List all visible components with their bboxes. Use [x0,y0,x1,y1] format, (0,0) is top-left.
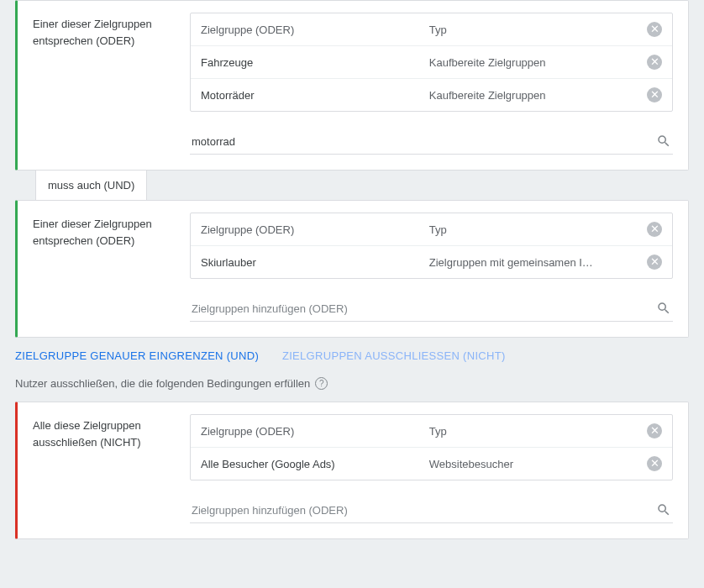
header-type: Typ [429,425,647,438]
search-icon [656,134,671,149]
text-bold: ausschließen [33,436,97,449]
table-row: Motorräder Kaufbereite Zielgruppen ✕ [191,79,672,111]
header-audience: Zielgruppe (ODER) [201,223,429,236]
cell-type: Kaufbereite Zielgruppen [429,56,647,69]
audience-search-input[interactable] [192,302,656,315]
header-type: Typ [429,24,647,36]
search-row[interactable] [190,297,673,322]
table-header-row: Zielgruppe (ODER) Typ ✕ [191,415,672,448]
table-header-row: Zielgruppe (ODER) Typ ✕ [191,13,672,46]
search-icon [656,502,671,517]
text-suffix: (NICHT) [97,436,141,449]
remove-all-icon[interactable]: ✕ [647,222,662,237]
audience-table: Zielgruppe (ODER) Typ ✕ Fahrzeuge Kaufbe… [190,13,673,112]
remove-row-icon[interactable]: ✕ [647,255,662,270]
exclude-audience-button[interactable]: ZIELGRUPPEN AUSSCHLIESSEN (NICHT) [282,349,506,362]
cell-audience: Fahrzeuge [201,56,429,69]
text-bold: entsprechen [33,234,93,247]
header-audience: Zielgruppe (ODER) [201,425,429,438]
table-header-row: Zielgruppe (ODER) Typ ✕ [191,213,672,246]
table-row: Fahrzeuge Kaufbereite Zielgruppen ✕ [191,46,672,79]
audience-search-input[interactable] [192,504,656,517]
audience-table: Zielgruppe (ODER) Typ ✕ Skiurlauber Ziel… [190,213,673,279]
cell-audience: Skiurlauber [201,256,429,269]
card-body: Zielgruppe (ODER) Typ ✕ Skiurlauber Ziel… [181,201,688,337]
text-bold: entsprechen [33,34,93,47]
connector-suffix: (UND) [101,179,134,192]
cell-type: Zielgruppen mit gemeinsamen I… [429,256,647,269]
help-icon[interactable]: ? [315,377,328,390]
cell-audience: Motorräder [201,89,429,102]
card-description: Einer dieser Zielgruppen entsprechen (OD… [18,201,181,337]
cell-type: Kaufbereite Zielgruppen [429,89,647,102]
text: Alle diese Zielgruppen [33,419,141,432]
header-type: Typ [429,223,647,236]
header-audience: Zielgruppe (ODER) [201,24,429,36]
audience-search-input[interactable] [192,135,656,148]
search-row[interactable] [190,499,673,523]
table-row: Skiurlauber Zielgruppen mit gemeinsamen … [191,246,672,278]
and-connector: muss auch (UND) [15,171,689,200]
audience-include-card-2: Einer dieser Zielgruppen entsprechen (OD… [15,200,689,338]
text-suffix: (ODER) [93,234,135,247]
search-row[interactable] [190,130,673,155]
remove-all-icon[interactable]: ✕ [647,423,662,438]
audience-exclude-card: Alle diese Zielgruppen ausschließen (NIC… [15,402,689,539]
cell-audience: Alle Besucher (Google Ads) [201,458,429,470]
remove-all-icon[interactable]: ✕ [647,22,662,37]
text-suffix: (ODER) [93,34,135,47]
table-row: Alle Besucher (Google Ads) Websitebesuch… [191,448,672,480]
card-body: Zielgruppe (ODER) Typ ✕ Fahrzeuge Kaufbe… [181,1,688,170]
exclude-section-label: Nutzer ausschließen, die die folgenden B… [15,377,689,390]
text: Einer dieser Zielgruppen [33,218,152,230]
remove-row-icon[interactable]: ✕ [647,456,662,471]
card-body: Zielgruppe (ODER) Typ ✕ Alle Besucher (G… [181,402,688,538]
remove-row-icon[interactable]: ✕ [647,87,662,102]
audience-include-card-1: Einer dieser Zielgruppen entsprechen (OD… [15,0,689,171]
card-description: Alle diese Zielgruppen ausschließen (NIC… [18,402,181,538]
exclude-label-text: Nutzer ausschließen, die die folgenden B… [15,377,310,390]
remove-row-icon[interactable]: ✕ [647,55,662,70]
narrow-audience-button[interactable]: ZIELGRUPPE GENAUER EINGRENZEN (UND) [15,349,259,362]
search-icon [656,301,671,316]
text: Einer dieser Zielgruppen [33,18,152,30]
cell-type: Websitebesucher [429,458,647,470]
audience-table: Zielgruppe (ODER) Typ ✕ Alle Besucher (G… [190,414,673,480]
action-links: ZIELGRUPPE GENAUER EINGRENZEN (UND) ZIEL… [15,349,689,362]
connector-bold: muss auch [48,179,101,192]
card-description: Einer dieser Zielgruppen entsprechen (OD… [18,1,181,170]
